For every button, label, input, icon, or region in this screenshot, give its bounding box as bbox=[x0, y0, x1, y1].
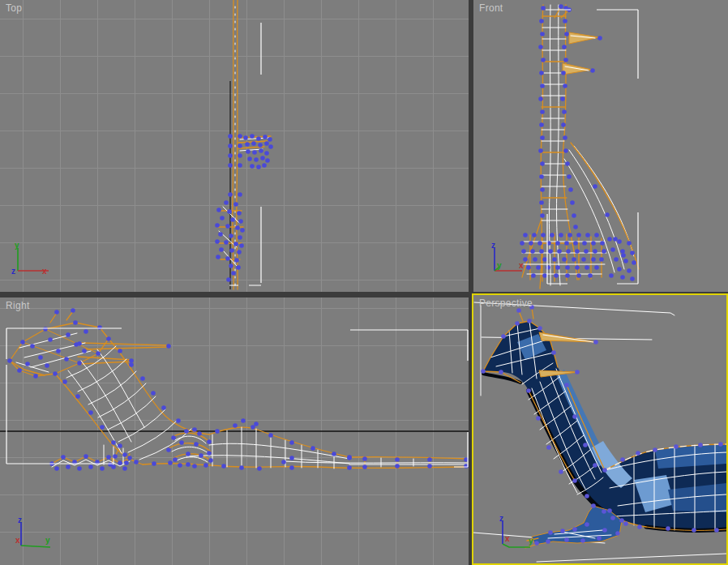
top-grid-lines bbox=[0, 0, 469, 292]
right-axis-right-label: y bbox=[45, 536, 50, 545]
viewport-front-label[interactable]: Front bbox=[479, 2, 503, 14]
axis-gizmo-right: z y x bbox=[13, 516, 58, 552]
viewport-right[interactable]: Right z y x bbox=[0, 297, 469, 565]
viewport-perspective[interactable]: Perspective z x y bbox=[472, 293, 728, 565]
viewport-quad-grid: Top y x z bbox=[0, 0, 728, 565]
viewport-top-canvas[interactable] bbox=[0, 0, 469, 292]
viewport-right-canvas[interactable] bbox=[0, 297, 469, 565]
viewport-perspective-label[interactable]: Perspective bbox=[479, 297, 533, 309]
axis-gizmo-top: y x z bbox=[10, 242, 55, 277]
top-axis-right-label: x bbox=[42, 267, 47, 276]
viewport-front[interactable]: Front z x y bbox=[473, 0, 728, 292]
axis-gizmo-perspective: z x y bbox=[493, 516, 538, 552]
viewport-top-label[interactable]: Top bbox=[6, 2, 22, 14]
front-axis-right-label: x bbox=[519, 261, 524, 270]
perspective-axis-origin-label: x bbox=[505, 534, 510, 543]
right-axis-origin-label: x bbox=[15, 536, 20, 545]
viewport-top[interactable]: Top y x z bbox=[0, 0, 469, 292]
top-axis-origin-label: z bbox=[11, 267, 15, 276]
viewport-right-label[interactable]: Right bbox=[6, 300, 30, 311]
axis-gizmo-front: z x y bbox=[486, 242, 532, 277]
front-axis-origin-label: y bbox=[497, 261, 502, 270]
right-axis-up-label: z bbox=[18, 516, 22, 524]
top-axis-up-label: y bbox=[15, 242, 19, 250]
perspective-axis-right-label: y bbox=[529, 537, 533, 546]
front-axis-up-label: z bbox=[491, 242, 495, 250]
perspective-axis-up-label: z bbox=[499, 516, 503, 523]
